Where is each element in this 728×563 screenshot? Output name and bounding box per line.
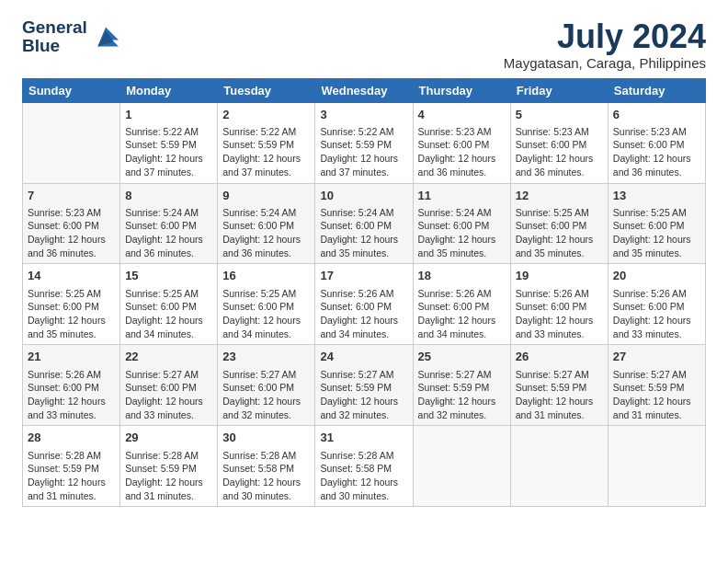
calendar-cell: 17Sunrise: 5:26 AMSunset: 6:00 PMDayligh…: [315, 264, 413, 345]
daylight: Daylight: 12 hours and 34 minutes.: [418, 315, 496, 339]
sunset: Sunset: 5:59 PM: [222, 139, 294, 150]
calendar-cell: 24Sunrise: 5:27 AMSunset: 5:59 PMDayligh…: [315, 345, 413, 426]
day-number: 11: [418, 188, 506, 204]
calendar-cell: 3Sunrise: 5:22 AMSunset: 5:59 PMDaylight…: [315, 102, 413, 183]
sunrise: Sunrise: 5:25 AM: [516, 207, 589, 218]
daylight: Daylight: 12 hours and 30 minutes.: [222, 477, 301, 501]
day-header-saturday: Saturday: [608, 78, 705, 102]
day-number: 30: [222, 430, 310, 446]
day-number: 19: [516, 268, 603, 284]
sunset: Sunset: 6:00 PM: [125, 382, 197, 393]
calendar-cell: [608, 426, 705, 507]
day-number: 18: [418, 268, 506, 284]
sunrise: Sunrise: 5:25 AM: [125, 288, 199, 299]
calendar-cell: 10Sunrise: 5:24 AMSunset: 6:00 PMDayligh…: [315, 183, 413, 264]
daylight: Daylight: 12 hours and 30 minutes.: [320, 477, 398, 501]
sunrise: Sunrise: 5:26 AM: [516, 288, 589, 299]
day-number: 24: [320, 349, 407, 365]
daylight: Daylight: 12 hours and 36 minutes.: [613, 153, 691, 178]
daylight: Daylight: 12 hours and 31 minutes.: [613, 396, 691, 420]
sunset: Sunset: 5:59 PM: [320, 382, 392, 393]
day-number: 26: [516, 349, 603, 365]
sunrise: Sunrise: 5:27 AM: [125, 369, 199, 380]
sunrise: Sunrise: 5:27 AM: [320, 369, 393, 380]
day-number: 1: [125, 107, 212, 123]
day-number: 10: [320, 188, 407, 204]
sunrise: Sunrise: 5:24 AM: [125, 207, 199, 218]
month-year: July 2024: [504, 18, 706, 55]
calendar-cell: 22Sunrise: 5:27 AMSunset: 6:00 PMDayligh…: [120, 345, 218, 426]
day-header-wednesday: Wednesday: [315, 78, 413, 102]
day-number: 2: [222, 107, 310, 123]
calendar-cell: 19Sunrise: 5:26 AMSunset: 6:00 PMDayligh…: [510, 264, 608, 345]
sunset: Sunset: 6:00 PM: [222, 220, 294, 231]
sunrise: Sunrise: 5:24 AM: [320, 207, 393, 218]
daylight: Daylight: 12 hours and 32 minutes.: [320, 396, 398, 420]
sunset: Sunset: 6:00 PM: [320, 301, 392, 312]
day-number: 22: [125, 349, 212, 365]
daylight: Daylight: 12 hours and 33 minutes.: [516, 315, 594, 339]
daylight: Daylight: 12 hours and 35 minutes.: [516, 234, 594, 259]
daylight: Daylight: 12 hours and 35 minutes.: [320, 234, 398, 259]
calendar-cell: 16Sunrise: 5:25 AMSunset: 6:00 PMDayligh…: [218, 264, 315, 345]
day-number: 27: [613, 349, 700, 365]
daylight: Daylight: 12 hours and 35 minutes.: [418, 234, 496, 259]
daylight: Daylight: 12 hours and 37 minutes.: [320, 153, 398, 178]
sunset: Sunset: 5:59 PM: [613, 382, 685, 393]
daylight: Daylight: 12 hours and 36 minutes.: [125, 234, 203, 259]
day-header-sunday: Sunday: [23, 78, 120, 102]
sunset: Sunset: 6:00 PM: [613, 301, 685, 312]
day-number: 4: [418, 107, 506, 123]
page-header: GeneralBlue July 2024 Maygatasan, Caraga…: [22, 18, 706, 71]
day-header-friday: Friday: [510, 78, 608, 102]
sunset: Sunset: 6:00 PM: [418, 301, 490, 312]
calendar-cell: 21Sunrise: 5:26 AMSunset: 6:00 PMDayligh…: [23, 345, 120, 426]
day-number: 14: [28, 268, 115, 284]
calendar-cell: 4Sunrise: 5:23 AMSunset: 6:00 PMDaylight…: [413, 102, 510, 183]
daylight: Daylight: 12 hours and 34 minutes.: [222, 315, 301, 339]
sunrise: Sunrise: 5:23 AM: [516, 126, 589, 137]
calendar-cell: 8Sunrise: 5:24 AMSunset: 6:00 PMDaylight…: [120, 183, 218, 264]
sunrise: Sunrise: 5:25 AM: [222, 288, 296, 299]
calendar-cell: 5Sunrise: 5:23 AMSunset: 6:00 PMDaylight…: [510, 102, 608, 183]
logo-icon: [89, 24, 122, 50]
daylight: Daylight: 12 hours and 35 minutes.: [613, 234, 691, 259]
daylight: Daylight: 12 hours and 36 minutes.: [516, 153, 594, 178]
daylight: Daylight: 12 hours and 33 minutes.: [28, 396, 106, 420]
sunrise: Sunrise: 5:28 AM: [125, 450, 199, 461]
sunset: Sunset: 6:00 PM: [28, 382, 99, 393]
sunset: Sunset: 6:00 PM: [125, 301, 197, 312]
daylight: Daylight: 12 hours and 34 minutes.: [125, 315, 203, 339]
sunrise: Sunrise: 5:24 AM: [418, 207, 492, 218]
sunset: Sunset: 5:59 PM: [516, 382, 587, 393]
calendar-cell: 30Sunrise: 5:28 AMSunset: 5:58 PMDayligh…: [218, 426, 315, 507]
sunset: Sunset: 6:00 PM: [516, 301, 587, 312]
sunset: Sunset: 6:00 PM: [516, 139, 587, 150]
sunset: Sunset: 6:00 PM: [516, 220, 587, 231]
sunrise: Sunrise: 5:26 AM: [613, 288, 687, 299]
sunset: Sunset: 6:00 PM: [418, 220, 490, 231]
sunset: Sunset: 5:58 PM: [320, 463, 392, 474]
sunrise: Sunrise: 5:28 AM: [222, 450, 296, 461]
day-number: 15: [125, 268, 212, 284]
sunset: Sunset: 6:00 PM: [320, 220, 392, 231]
daylight: Daylight: 12 hours and 33 minutes.: [125, 396, 203, 420]
calendar-cell: 14Sunrise: 5:25 AMSunset: 6:00 PMDayligh…: [23, 264, 120, 345]
sunrise: Sunrise: 5:26 AM: [28, 369, 101, 380]
day-number: 20: [613, 268, 700, 284]
sunrise: Sunrise: 5:22 AM: [320, 126, 393, 137]
calendar-cell: 29Sunrise: 5:28 AMSunset: 5:59 PMDayligh…: [120, 426, 218, 507]
day-number: 31: [320, 430, 407, 446]
calendar-cell: 31Sunrise: 5:28 AMSunset: 5:58 PMDayligh…: [315, 426, 413, 507]
sunrise: Sunrise: 5:26 AM: [320, 288, 393, 299]
day-number: 23: [222, 349, 310, 365]
logo: GeneralBlue: [22, 18, 122, 55]
sunrise: Sunrise: 5:25 AM: [613, 207, 687, 218]
sunset: Sunset: 6:00 PM: [613, 139, 685, 150]
sunset: Sunset: 6:00 PM: [28, 220, 99, 231]
day-number: 7: [28, 188, 115, 204]
sunrise: Sunrise: 5:28 AM: [28, 450, 101, 461]
sunrise: Sunrise: 5:27 AM: [418, 369, 492, 380]
calendar-cell: [510, 426, 608, 507]
calendar-cell: 26Sunrise: 5:27 AMSunset: 5:59 PMDayligh…: [510, 345, 608, 426]
